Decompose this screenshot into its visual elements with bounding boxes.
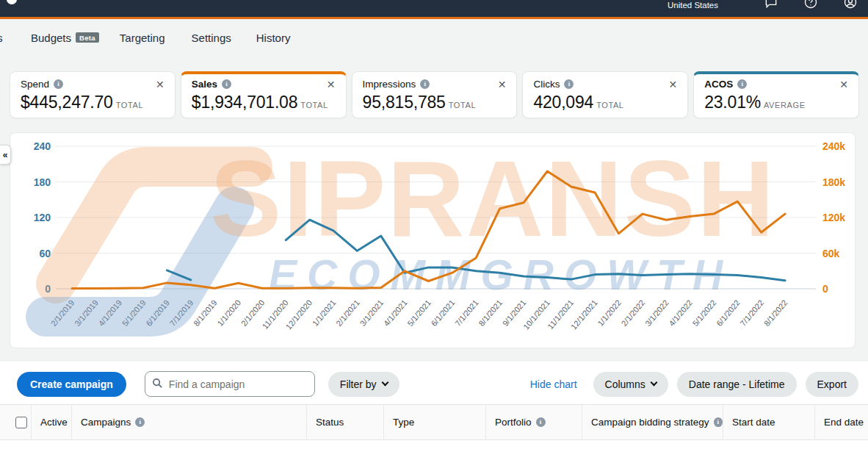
filter-by-button[interactable]: Filter by: [328, 372, 399, 397]
app-logo-icon: [7, 0, 17, 4]
metric-value: $445,247.70: [21, 93, 113, 112]
close-icon[interactable]: ✕: [327, 79, 336, 90]
close-icon[interactable]: ✕: [498, 79, 507, 90]
tab-history[interactable]: History: [256, 32, 291, 44]
table-row[interactable]: [0, 441, 868, 449]
account-icon[interactable]: [843, 0, 858, 10]
campaigns-table-header: Active Campaignsi Status Type Portfolioi…: [0, 404, 868, 440]
col-start-date[interactable]: Start date: [723, 405, 815, 439]
metric-unit: TOTAL: [449, 101, 476, 109]
metric-unit: TOTAL: [116, 101, 143, 109]
campaigns-section: Create campaign Filter by Hide chart Col…: [0, 362, 868, 449]
info-icon[interactable]: i: [536, 417, 546, 427]
col-campaigns[interactable]: Campaignsi: [72, 405, 307, 439]
select-all-checkbox[interactable]: [15, 417, 27, 428]
chevron-down-icon: [381, 379, 388, 387]
col-active[interactable]: Active: [32, 405, 72, 439]
select-all-cell: [10, 405, 32, 439]
metric-value: 95,815,785: [363, 93, 446, 112]
chevron-down-icon: [650, 379, 657, 387]
col-end-date[interactable]: End date: [815, 405, 868, 439]
metric-unit: TOTAL: [300, 101, 328, 109]
performance-chart: 006060k120120k180180k240240k2/1/20193/1/…: [10, 132, 856, 348]
campaigns-toolbar: Create campaign Filter by Hide chart Col…: [17, 371, 858, 397]
metric-label: Spend: [21, 79, 49, 90]
top-navbar: United States: [0, 0, 868, 19]
info-icon[interactable]: i: [54, 79, 63, 89]
info-icon[interactable]: i: [737, 79, 747, 89]
tab-budgets[interactable]: Budgets Beta: [31, 32, 99, 44]
info-icon[interactable]: i: [564, 79, 574, 89]
export-button[interactable]: Export: [806, 372, 858, 397]
info-icon[interactable]: i: [714, 417, 723, 427]
info-icon[interactable]: i: [420, 79, 430, 89]
chat-icon[interactable]: [764, 0, 778, 10]
tab-partial[interactable]: s: [0, 32, 6, 44]
metric-card-impressions[interactable]: Impressions i ✕ 95,815,785TOTAL: [352, 71, 518, 118]
metric-unit: AVERAGE: [764, 101, 806, 109]
collapse-sidebar-handle[interactable]: «: [0, 145, 11, 165]
beta-badge: Beta: [76, 32, 99, 43]
section-tabbar: s Budgets Beta Targeting Settings Histor…: [0, 21, 868, 54]
tab-targeting[interactable]: Targeting: [120, 32, 165, 44]
metric-value: $1,934,701.08: [192, 93, 298, 112]
col-portfolio[interactable]: Portfolioi: [486, 405, 582, 439]
col-type[interactable]: Type: [384, 405, 486, 439]
chart-lines: [10, 133, 856, 348]
metric-card-sales[interactable]: Sales i ✕ $1,934,701.08TOTAL: [181, 71, 347, 118]
metric-value: 420,094: [533, 93, 593, 112]
help-icon[interactable]: [803, 0, 818, 10]
search-icon: [152, 378, 163, 389]
search-campaign-input[interactable]: [145, 371, 315, 397]
metric-label: Clicks: [533, 79, 560, 90]
metric-card-spend[interactable]: Spend i ✕ $445,247.70TOTAL: [10, 71, 176, 118]
col-bidding-strategy[interactable]: Campaign bidding strategyi: [582, 405, 723, 439]
metric-label: ACOS: [704, 79, 733, 90]
metric-card-clicks[interactable]: Clicks i ✕ 420,094TOTAL: [522, 71, 688, 118]
region-label[interactable]: United States: [668, 1, 718, 10]
metric-label: Sales: [192, 79, 217, 90]
close-icon[interactable]: ✕: [156, 79, 164, 90]
metric-unit: TOTAL: [596, 101, 623, 109]
info-icon[interactable]: i: [135, 417, 145, 427]
tab-settings[interactable]: Settings: [192, 32, 231, 44]
columns-button[interactable]: Columns: [593, 372, 668, 397]
metric-value: 23.01%: [704, 93, 761, 112]
close-icon[interactable]: ✕: [668, 79, 677, 90]
date-range-button[interactable]: Date range - Lifetime: [677, 372, 797, 397]
col-status[interactable]: Status: [307, 405, 384, 439]
metric-label: Impressions: [363, 79, 416, 90]
metric-cards-row: Spend i ✕ $445,247.70TOTAL Sales i ✕ $1,…: [10, 71, 859, 118]
create-campaign-button[interactable]: Create campaign: [17, 372, 126, 397]
metric-card-acos[interactable]: ACOS i ✕ 23.01%AVERAGE: [693, 71, 859, 118]
hide-chart-link[interactable]: Hide chart: [530, 378, 577, 390]
amazon-ads-console: United States s Budgets Beta Targeting S…: [0, 0, 868, 449]
close-icon[interactable]: ✕: [839, 79, 848, 90]
info-icon[interactable]: i: [222, 79, 231, 89]
